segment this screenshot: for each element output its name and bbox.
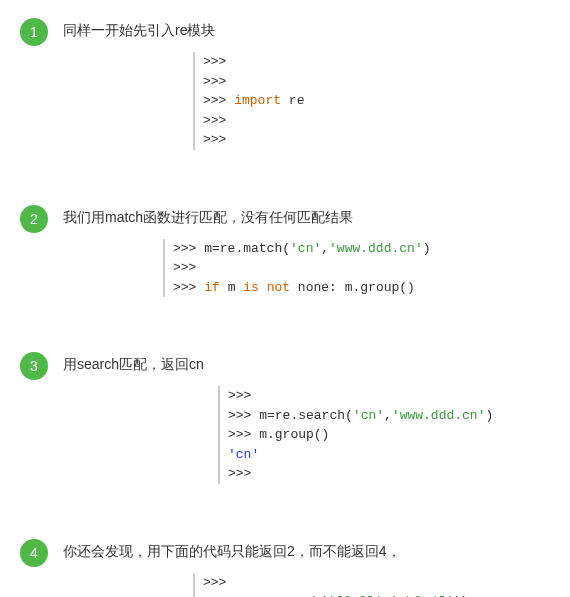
code-block: >>>>>>>>> import re>>>>>>	[193, 52, 550, 150]
step-body: 用search匹配，返回cn>>>>>> m=re.search('cn','w…	[63, 352, 550, 484]
step-body: 我们用match函数进行匹配，没有任何匹配结果>>> m=re.match('c…	[63, 205, 550, 298]
step-number-badge: 2	[20, 205, 48, 233]
code-block: >>>>>> m=re.search('cn','www.ddd.cn')>>>…	[218, 386, 550, 484]
step-number-badge: 3	[20, 352, 48, 380]
step-number-badge: 1	[20, 18, 48, 46]
step-body: 你还会发现，用下面的代码只能返回2，而不能返回4，>>>>>> m=re.sea…	[63, 539, 550, 598]
step-2: 2我们用match函数进行匹配，没有任何匹配结果>>> m=re.match('…	[20, 205, 550, 298]
step-title: 同样一开始先引入re模块	[63, 22, 550, 40]
step-body: 同样一开始先引入re模块>>>>>>>>> import re>>>>>>	[63, 18, 550, 150]
step-4: 4你还会发现，用下面的代码只能返回2，而不能返回4，>>>>>> m=re.se…	[20, 539, 550, 598]
step-3: 3用search匹配，返回cn>>>>>> m=re.search('cn','…	[20, 352, 550, 484]
code-block: >>>>>> m=re.search('[0-9]','ab2ndf4')>>>…	[193, 573, 550, 598]
step-1: 1同样一开始先引入re模块>>>>>>>>> import re>>>>>>	[20, 18, 550, 150]
step-title: 你还会发现，用下面的代码只能返回2，而不能返回4，	[63, 543, 550, 561]
step-title: 用search匹配，返回cn	[63, 356, 550, 374]
step-title: 我们用match函数进行匹配，没有任何匹配结果	[63, 209, 550, 227]
step-number-badge: 4	[20, 539, 48, 567]
code-block: >>> m=re.match('cn','www.ddd.cn')>>>>>> …	[163, 239, 550, 298]
